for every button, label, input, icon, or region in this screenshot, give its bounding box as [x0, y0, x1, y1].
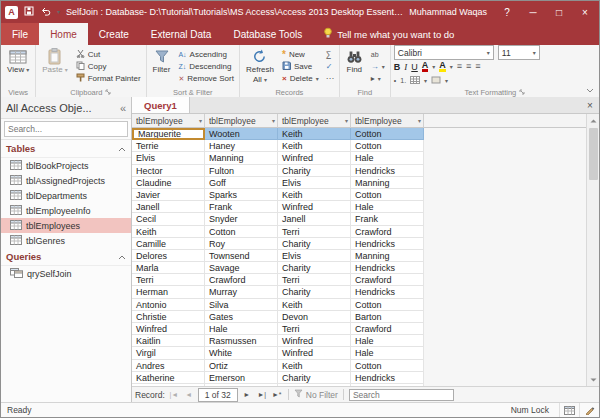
tab-external-data[interactable]: External Data	[140, 23, 223, 45]
data-cell[interactable]: Crawford	[205, 274, 278, 286]
data-cell[interactable]: Winfred	[278, 347, 351, 359]
view-button[interactable]: View▾	[4, 46, 32, 88]
scrollbar-thumb[interactable]	[589, 128, 598, 180]
data-cell[interactable]: Cotton	[351, 140, 424, 152]
data-cell[interactable]: Virgil	[132, 347, 205, 359]
nav-item-tblDepartments[interactable]: tblDepartments	[1, 188, 131, 203]
data-cell[interactable]: Terri	[278, 226, 351, 238]
undo-icon[interactable]	[40, 7, 51, 18]
restore-button[interactable]: □	[549, 3, 569, 21]
object-close-button[interactable]: ×	[581, 97, 599, 113]
data-cell[interactable]: Hale	[351, 347, 424, 359]
data-cell[interactable]: Winfred	[278, 152, 351, 164]
nav-section-header[interactable]: Queries	[1, 248, 131, 266]
data-cell[interactable]: Charity	[278, 165, 351, 177]
column-header[interactable]: tblEmployee▾	[132, 114, 205, 128]
italic-button[interactable]: I	[404, 62, 407, 72]
filter-button[interactable]: Filter	[150, 46, 174, 88]
data-cell[interactable]: Elvis	[278, 250, 351, 262]
nav-search-input[interactable]	[4, 121, 128, 137]
help-button[interactable]: ?	[497, 3, 517, 21]
data-cell[interactable]: Hendricks	[351, 372, 424, 384]
data-cell[interactable]: Keith	[132, 226, 205, 238]
data-cell[interactable]: Terri	[132, 274, 205, 286]
bold-button[interactable]: B	[394, 62, 401, 72]
data-cell[interactable]: Frank	[205, 201, 278, 213]
underline-button[interactable]: U	[411, 62, 418, 72]
data-cell[interactable]: Hale	[205, 323, 278, 335]
data-cell[interactable]: Frank	[351, 213, 424, 225]
data-cell[interactable]: Keith	[278, 360, 351, 372]
data-cell[interactable]: Charity	[278, 262, 351, 274]
data-cell[interactable]: Devon	[278, 311, 351, 323]
vertical-scrollbar[interactable]	[586, 114, 599, 386]
data-cell[interactable]: Manning	[205, 152, 278, 164]
next-record-button[interactable]: ►	[241, 389, 253, 401]
data-cell[interactable]: Charity	[278, 238, 351, 250]
bullets-button[interactable]: •	[394, 77, 396, 84]
collapse-ribbon-button[interactable]	[586, 84, 594, 95]
fill-color-button[interactable]	[431, 75, 441, 86]
font-color-button[interactable]: A	[422, 61, 429, 72]
select-button[interactable]: ▸▾	[369, 73, 387, 84]
delete-record-button[interactable]: × Delete ▾	[280, 73, 321, 84]
data-cell[interactable]: Cotton	[351, 299, 424, 311]
nav-item-tblBookProjects[interactable]: tblBookProjects	[1, 158, 131, 173]
section-collapse-icon[interactable]	[118, 251, 126, 262]
data-cell[interactable]: Snyder	[205, 213, 278, 225]
data-cell[interactable]: Keith	[278, 299, 351, 311]
data-cell[interactable]: Charity	[278, 372, 351, 384]
data-cell[interactable]: Crawford	[351, 226, 424, 238]
dialog-launcher-icon[interactable]	[105, 88, 111, 97]
data-cell[interactable]: Gates	[205, 311, 278, 323]
ascending-button[interactable]: A↓ Ascending	[176, 49, 236, 60]
data-cell[interactable]: Crawford	[351, 274, 424, 286]
data-cell[interactable]: Barton	[351, 311, 424, 323]
tab-create[interactable]: Create	[88, 23, 140, 45]
data-cell[interactable]: Keith	[278, 128, 351, 140]
nav-pane-header[interactable]: All Access Obje... «	[1, 97, 131, 119]
data-cell[interactable]: Winfred	[278, 201, 351, 213]
nav-section-header[interactable]: Tables	[1, 140, 131, 158]
data-cell[interactable]: Sparks	[205, 189, 278, 201]
signed-in-user[interactable]: Muhammad Waqas	[409, 7, 487, 17]
paste-button[interactable]: Paste▾	[39, 46, 70, 88]
data-cell[interactable]: Ortiz	[205, 360, 278, 372]
more-button[interactable]: ⋯	[324, 73, 336, 84]
data-cell[interactable]: Manning	[351, 177, 424, 189]
data-cell[interactable]: Delores	[132, 250, 205, 262]
cut-button[interactable]: Cut	[74, 49, 143, 60]
data-cell[interactable]: Silva	[205, 299, 278, 311]
scroll-down-icon[interactable]	[587, 373, 599, 386]
data-cell[interactable]: Cotton	[205, 226, 278, 238]
column-header[interactable]: tblEmployee▾	[205, 114, 278, 128]
datasheet-view-toggle[interactable]	[559, 403, 579, 417]
data-cell[interactable]: White	[205, 347, 278, 359]
first-record-button[interactable]: |◄	[168, 389, 180, 401]
data-cell[interactable]: Katherine	[132, 372, 205, 384]
tell-me-box[interactable]: Tell me what you want to do	[313, 23, 454, 45]
section-collapse-icon[interactable]	[118, 143, 126, 154]
descending-button[interactable]: Z↓ Descending	[176, 61, 236, 72]
close-button[interactable]: ×	[575, 3, 595, 21]
data-cell[interactable]: Hale	[351, 335, 424, 347]
data-cell[interactable]: Christie	[132, 311, 205, 323]
data-cell[interactable]: Herman	[132, 286, 205, 298]
column-dropdown-icon[interactable]: ▾	[418, 117, 421, 124]
data-cell[interactable]: Savage	[205, 262, 278, 274]
data-cell[interactable]: Kaitlin	[132, 335, 205, 347]
qat-customize-icon[interactable]: ▾	[57, 9, 60, 15]
data-cell[interactable]: Janell	[278, 213, 351, 225]
data-cell[interactable]: Wooten	[205, 128, 278, 140]
filter-status[interactable]: No Filter	[294, 389, 338, 400]
data-cell[interactable]: Keith	[278, 140, 351, 152]
data-cell[interactable]: Murray	[205, 286, 278, 298]
totals-button[interactable]: ∑	[324, 49, 336, 60]
data-cell[interactable]: Cotton	[351, 360, 424, 372]
save-icon[interactable]	[24, 6, 34, 18]
data-cell[interactable]: Cotton	[351, 189, 424, 201]
data-cell[interactable]: Roy	[205, 238, 278, 250]
data-cell[interactable]: Rasmussen	[205, 335, 278, 347]
data-cell[interactable]: Marla	[132, 262, 205, 274]
data-cell[interactable]: Andres	[132, 360, 205, 372]
